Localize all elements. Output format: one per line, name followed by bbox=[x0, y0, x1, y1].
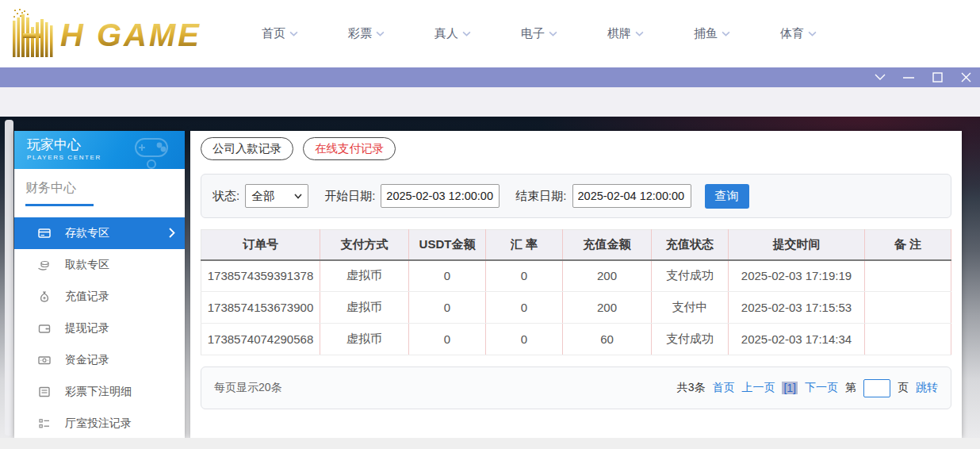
workspace-background: 玩家中心 PLAYERS CENTER 财务中心 存款专区取款专区充值记录提现记… bbox=[0, 117, 980, 438]
player-center-sidebar: 玩家中心 PLAYERS CENTER 财务中心 存款专区取款专区充值记录提现记… bbox=[14, 131, 185, 438]
chevron-down-icon bbox=[808, 31, 817, 36]
document-icon bbox=[38, 386, 51, 398]
nav-item-label: 捕鱼 bbox=[694, 26, 718, 41]
per-page-label: 每页显示20条 bbox=[214, 381, 282, 395]
table-cell: 200 bbox=[563, 260, 652, 292]
jump-prefix-label: 第 bbox=[845, 381, 856, 395]
sidebar-item[interactable]: 充值记录 bbox=[14, 281, 185, 313]
sidebar-item[interactable]: 存款专区 bbox=[14, 217, 185, 249]
column-header: USDT金额 bbox=[409, 230, 486, 260]
top-header: H GAME 首页彩票真人电子棋牌捕鱼体育 bbox=[0, 0, 980, 67]
nav-item-label: 电子 bbox=[521, 26, 545, 41]
table-row: 1738574074290568虚拟币0060支付成功2025-02-03 17… bbox=[201, 324, 951, 355]
jump-suffix-label: 页 bbox=[898, 381, 909, 395]
filter-bar: 状态: 全部 开始日期: 结束日期: 查询 bbox=[201, 174, 951, 218]
nav-item[interactable]: 电子 bbox=[521, 26, 557, 41]
nav-item[interactable]: 首页 bbox=[262, 26, 298, 41]
table-cell: 2025-02-03 17:15:53 bbox=[729, 292, 865, 324]
sidebar-item[interactable]: 资金记录 bbox=[14, 344, 185, 376]
nav-item-label: 首页 bbox=[262, 26, 285, 41]
chevron-down-icon bbox=[462, 31, 471, 36]
sidebar-section: 财务中心 bbox=[14, 169, 185, 213]
nav-item-label: 体育 bbox=[780, 26, 804, 41]
table-cell: 0 bbox=[486, 260, 563, 292]
sidebar-item[interactable]: 提现记录 bbox=[14, 313, 185, 344]
pager: 共3条 首页 上一页 [1] 下一页 第 页 跳转 bbox=[677, 379, 938, 397]
chevron-down-icon bbox=[549, 31, 557, 36]
records-panel: 公司入款记录在线支付记录 状态: 全部 开始日期: 结束日期: 查询 bbox=[190, 131, 962, 438]
sidebar-menu: 存款专区取款专区充值记录提现记录资金记录彩票下注明细厅室投注记录 bbox=[14, 217, 185, 439]
table-cell: 2025-02-03 17:14:34 bbox=[729, 324, 865, 355]
main-nav: 首页彩票真人电子棋牌捕鱼体育 bbox=[262, 0, 817, 67]
maximize-icon[interactable] bbox=[931, 71, 944, 84]
chevron-right-icon bbox=[169, 228, 175, 238]
column-header: 充值金额 bbox=[563, 230, 652, 260]
sidebar-item[interactable]: 取款专区 bbox=[14, 249, 185, 281]
table-cell: 0 bbox=[486, 292, 563, 324]
finance-center-label: 财务中心 bbox=[25, 180, 174, 197]
jump-action-link[interactable]: 跳转 bbox=[916, 381, 938, 395]
table-cell: 1738574153673900 bbox=[201, 292, 320, 324]
sidebar-item[interactable]: 厅室投注记录 bbox=[14, 408, 185, 439]
payment-records-table: 订单号支付方式USDT金额汇 率充值金额充值状态提交时间备 注 17385743… bbox=[201, 229, 951, 355]
table-header-row: 订单号支付方式USDT金额汇 率充值金额充值状态提交时间备 注 bbox=[201, 230, 951, 260]
next-page-link[interactable]: 下一页 bbox=[805, 381, 838, 395]
sidebar-item[interactable]: 彩票下注明细 bbox=[14, 376, 185, 408]
logo-mark-icon: H GAME bbox=[11, 8, 249, 60]
sub-band bbox=[0, 87, 980, 117]
end-date-input[interactable] bbox=[572, 184, 691, 208]
sidebar-item-label: 取款专区 bbox=[65, 258, 109, 272]
nav-item[interactable]: 捕鱼 bbox=[694, 26, 730, 41]
nav-item[interactable]: 真人 bbox=[434, 26, 471, 41]
status-selected-value: 全部 bbox=[251, 189, 274, 204]
table-cell: 200 bbox=[563, 292, 652, 324]
tab[interactable]: 公司入款记录 bbox=[201, 137, 293, 160]
table-cell: 支付成功 bbox=[652, 324, 729, 355]
prev-page-link[interactable]: 上一页 bbox=[741, 381, 775, 395]
chevron-down-icon bbox=[722, 31, 730, 36]
column-header: 订单号 bbox=[201, 230, 320, 260]
table-cell: 60 bbox=[563, 324, 652, 355]
nav-item[interactable]: 棋牌 bbox=[607, 26, 644, 41]
table-cell: 1738574359391378 bbox=[201, 260, 320, 292]
sidebar-item-label: 充值记录 bbox=[65, 290, 109, 304]
table-cell: 虚拟币 bbox=[320, 260, 409, 292]
start-date-label: 开始日期: bbox=[324, 189, 375, 204]
table-cell: 虚拟币 bbox=[320, 324, 409, 355]
nav-item[interactable]: 体育 bbox=[780, 26, 817, 41]
sidebar-item-label: 存款专区 bbox=[65, 226, 109, 240]
table-cell: 0 bbox=[409, 324, 486, 355]
sidebar-item-label: 厅室投注记录 bbox=[65, 416, 132, 431]
chevron-down-icon bbox=[294, 194, 302, 199]
chevron-down-icon[interactable] bbox=[874, 71, 886, 84]
table-row: 1738574153673900虚拟币00200支付中2025-02-03 17… bbox=[201, 292, 951, 324]
table-cell: 支付成功 bbox=[652, 260, 729, 292]
sidebar-item-label: 提现记录 bbox=[65, 321, 109, 336]
vertical-scrollbar[interactable] bbox=[5, 120, 13, 436]
close-icon[interactable] bbox=[959, 71, 972, 84]
moneybag-icon bbox=[38, 290, 51, 303]
table-cell bbox=[865, 260, 951, 292]
column-header: 提交时间 bbox=[729, 230, 865, 260]
status-select[interactable]: 全部 bbox=[245, 184, 308, 208]
chevron-down-icon bbox=[635, 31, 644, 36]
column-header: 充值状态 bbox=[652, 230, 729, 260]
first-page-link[interactable]: 首页 bbox=[712, 381, 734, 395]
table-cell bbox=[865, 324, 951, 355]
table-cell: 2025-02-03 17:19:19 bbox=[729, 260, 865, 292]
table-body: 1738574359391378虚拟币00200支付成功2025-02-03 1… bbox=[201, 260, 951, 355]
chevron-down-icon bbox=[376, 31, 385, 36]
nav-item[interactable]: 彩票 bbox=[348, 26, 385, 41]
list-icon bbox=[38, 417, 51, 430]
start-date-input[interactable] bbox=[381, 184, 500, 208]
query-button[interactable]: 查询 bbox=[705, 184, 749, 209]
section-underline bbox=[25, 204, 94, 206]
tab[interactable]: 在线支付记录 bbox=[303, 137, 396, 160]
table-cell: 1738574074290568 bbox=[201, 324, 320, 355]
chevron-down-icon bbox=[289, 31, 298, 36]
page-jump-input[interactable] bbox=[863, 379, 890, 397]
window-titlebar bbox=[0, 67, 980, 87]
minimize-icon[interactable] bbox=[902, 71, 915, 84]
record-tabs: 公司入款记录在线支付记录 bbox=[201, 137, 951, 160]
brand-logo[interactable]: H GAME bbox=[11, 8, 249, 60]
